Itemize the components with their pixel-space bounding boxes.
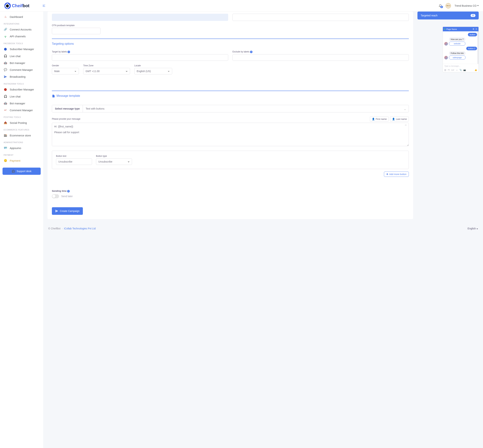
sidebar-label: Broadcasting <box>10 75 26 78</box>
info-icon[interactable]: i <box>68 51 70 53</box>
locale-select[interactable]: English (US) <box>134 68 172 74</box>
user-icon: 👤 <box>392 118 395 120</box>
button-text-input[interactable] <box>56 158 92 165</box>
store-icon: 🏬 <box>4 134 7 137</box>
user-avatar[interactable]: tBren <box>445 3 451 8</box>
logo-mark-icon <box>4 2 11 9</box>
otn-label: OTN postback template <box>52 24 409 27</box>
avatar-icon <box>444 42 448 46</box>
footer: © CheifBot · iCollab Technologies Pvt Lt… <box>43 224 483 233</box>
image-icon[interactable]: 🖼 <box>444 69 446 71</box>
exclude-by-labels-label: Exclude by labels i <box>233 50 409 53</box>
headset-icon: 🎧 <box>12 170 15 173</box>
user-icon <box>4 48 7 51</box>
create-campaign-button[interactable]: Create Campaign <box>52 207 83 215</box>
top-field-right[interactable] <box>233 14 409 21</box>
targeting-options-title: Targeting options <box>52 42 409 45</box>
main-content: OTN postback template Targeting options … <box>47 12 413 219</box>
sidebar-item-fb-botmanager[interactable]: 🤖Bot manager <box>0 59 43 66</box>
reply-icon: ↩ <box>4 109 7 112</box>
preview-bubble: button 2 <box>466 47 477 50</box>
sidebar-item-ecommerce[interactable]: 🏬Ecommerce store <box>0 132 43 139</box>
sidebar-label: Ecommerce store <box>10 134 31 137</box>
preview-header: Page Name ⚙ ✕ <box>443 27 478 31</box>
emoji-icon[interactable]: ☺ <box>456 69 458 71</box>
last-name-button[interactable]: 👤Last name <box>390 116 409 122</box>
preview-page-name: Page Name <box>446 28 471 30</box>
notifications-icon[interactable]: 0 <box>439 4 442 7</box>
sidebar-label: Live chat <box>10 95 21 98</box>
exclude-by-labels-input[interactable] <box>233 54 409 61</box>
preview-link-button[interactable]: salespage <box>449 56 466 59</box>
like-icon[interactable]: 👍 <box>475 69 477 71</box>
sidebar-label: Bot manager <box>10 61 25 64</box>
sidebar-item-social-posting[interactable]: 📤Social Posting <box>0 119 43 126</box>
timezone-select[interactable]: GMT +11.00 <box>83 68 130 74</box>
preview-input[interactable]: Type a message... <box>443 64 478 68</box>
sidebar-item-ig-subscriber[interactable]: Subscriber Manager <box>0 86 43 93</box>
logo[interactable]: Cheifbot <box>4 2 29 9</box>
send-icon <box>4 75 7 78</box>
sidebar-item-ig-comment[interactable]: ↩Comment Manager <box>0 107 43 113</box>
robot-icon: 🤖 <box>4 61 7 64</box>
paper-plane-icon <box>55 209 58 213</box>
send-later-label: Send later <box>61 195 73 198</box>
add-more-button[interactable]: ✚Add more button <box>384 172 409 177</box>
sidebar-item-fb-broadcast[interactable]: Broadcasting <box>0 73 43 80</box>
close-icon[interactable]: ✕ <box>475 28 477 30</box>
preview-bubble: How are you ? <box>449 38 465 41</box>
gender-label: Gender <box>52 64 79 67</box>
message-textarea[interactable] <box>52 123 409 146</box>
targeted-reach-label: Targeted reach <box>421 14 437 17</box>
button-type-select[interactable]: Unsubscribe <box>96 158 132 165</box>
preview-link-button[interactable]: website <box>449 42 465 46</box>
message-type-value: Text with buttons <box>86 107 104 110</box>
sidebar-section-posting: POSTING TOOLS <box>0 113 43 119</box>
sidebar-item-dashboard[interactable]: ♨Dashboard <box>0 13 43 20</box>
sidebar-item-fb-comment[interactable]: 💬Comment Manager <box>0 66 43 73</box>
gif-icon[interactable]: GIF <box>451 69 454 71</box>
info-icon[interactable]: i <box>250 51 252 53</box>
top-field-left[interactable] <box>52 14 228 21</box>
send-later-toggle[interactable] <box>52 194 59 198</box>
support-desk-label: Support desk <box>16 170 31 173</box>
otn-input[interactable] <box>52 28 101 34</box>
sidebar-item-connect-accounts[interactable]: 🔗Connect Accounts <box>0 26 43 33</box>
sticker-icon[interactable]: 🗔 <box>448 69 450 71</box>
gear-icon[interactable]: ⚙ <box>473 28 474 30</box>
flame-icon: ♨ <box>4 15 7 18</box>
sidebar-item-fb-subscriber[interactable]: Subscriber Manager <box>0 46 43 53</box>
sidebar-section-facebook: FACEBOOK TOOLS <box>0 40 43 46</box>
sidebar-item-appsumo[interactable]: 🪪Appsumo <box>0 144 43 151</box>
gender-select[interactable]: Male <box>52 68 79 74</box>
attachment-icon[interactable]: 📎 <box>460 69 462 71</box>
company-dropdown[interactable]: Trend Business CO <box>455 4 479 7</box>
sidebar-item-ig-botmanager[interactable]: 🤖Bot manager <box>0 100 43 107</box>
header: Cheifbot 0 tBren Trend Business CO <box>0 0 483 12</box>
headset-icon: 🎧 <box>4 54 7 58</box>
message-label: Please provide your message <box>52 118 80 120</box>
camera-icon[interactable]: 📷 <box>463 69 466 71</box>
link-icon: 🔗 <box>4 28 7 31</box>
support-desk-button[interactable]: 🎧 Support desk <box>2 168 41 175</box>
message-type-select[interactable]: Select message type Text with buttons⌄ <box>52 105 409 112</box>
sidebar-label: Comment Manager <box>10 109 33 112</box>
footer-company-link[interactable]: iCollab Technologies Pvt Ltd <box>64 227 96 230</box>
language-select[interactable]: English <box>467 227 478 230</box>
target-by-labels-input[interactable] <box>52 54 228 61</box>
share-icon: 📤 <box>4 121 7 124</box>
emoji-picker-icon[interactable]: ☺ <box>405 123 407 126</box>
info-icon[interactable]: i <box>67 190 70 192</box>
sidebar-item-fb-livechat[interactable]: 🎧Live chat <box>0 53 43 59</box>
sidebar-item-payment[interactable]: 🪙Payment <box>0 157 43 164</box>
svg-point-3 <box>5 37 6 38</box>
sidebar-item-ig-livechat[interactable]: 🎧Live chat <box>0 93 43 100</box>
first-name-button[interactable]: 👤First name <box>370 116 389 122</box>
wifi-icon <box>4 35 7 38</box>
timezone-label: Time Zone <box>83 64 130 67</box>
locale-label: Locale <box>134 64 172 67</box>
notification-count: 0 <box>440 6 443 8</box>
sidebar-item-api-channels[interactable]: API channels <box>0 33 43 40</box>
comments-icon: 💬 <box>4 68 7 71</box>
menu-toggle-icon[interactable] <box>42 4 46 7</box>
